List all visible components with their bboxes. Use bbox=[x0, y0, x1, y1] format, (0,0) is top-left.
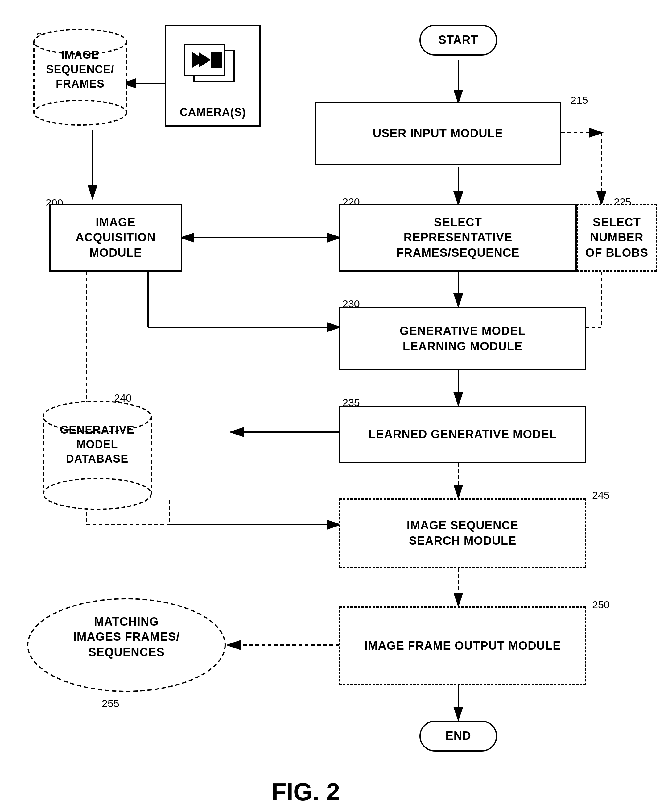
image-frame-output-label: IMAGE FRAME OUTPUT MODULE bbox=[364, 638, 561, 653]
gen-model-db: GENERATIVE MODEL DATABASE bbox=[40, 395, 154, 512]
start-label: START bbox=[439, 32, 478, 47]
image-seq-frames-label: IMAGE SEQUENCE/ FRAMES bbox=[46, 49, 114, 90]
matching-images-label: MATCHING IMAGES FRAMES/ SEQUENCES bbox=[73, 615, 179, 659]
svg-rect-37 bbox=[211, 52, 222, 68]
svg-point-32 bbox=[34, 100, 127, 125]
image-frame-output-box: IMAGE FRAME OUTPUT MODULE bbox=[339, 606, 586, 685]
select-frames-box: SELECT REPRESENTATIVE FRAMES/SEQUENCE bbox=[339, 204, 577, 271]
gen-model-learning-label: GENERATIVE MODEL LEARNING MODULE bbox=[400, 323, 526, 354]
gen-model-db-label: GENERATIVE MODEL DATABASE bbox=[60, 424, 134, 465]
ref-245: 245 bbox=[592, 489, 610, 501]
select-frames-label: SELECT REPRESENTATIVE FRAMES/SEQUENCE bbox=[396, 215, 519, 261]
learned-gen-model-box: LEARNED GENERATIVE MODEL bbox=[339, 406, 586, 463]
gen-model-learning-box: GENERATIVE MODEL LEARNING MODULE bbox=[339, 307, 586, 370]
user-input-label: USER INPUT MODULE bbox=[373, 126, 503, 141]
cameras-label: CAMERA(S) bbox=[180, 106, 246, 119]
cameras-box: CAMERA(S) bbox=[165, 25, 261, 127]
figure-label: FIG. 2 bbox=[271, 778, 340, 806]
image-seq-search-box: IMAGE SEQUENCE SEARCH MODULE bbox=[339, 499, 586, 568]
learned-gen-model-label: LEARNED GENERATIVE MODEL bbox=[369, 427, 557, 442]
image-acquisition-box: IMAGE ACQUISITION MODULE bbox=[49, 204, 182, 271]
ref-215: 215 bbox=[571, 94, 588, 106]
image-acquisition-label: IMAGE ACQUISITION MODULE bbox=[75, 215, 156, 261]
diagram: START 215 USER INPUT MODULE 220 SELECT R… bbox=[0, 0, 668, 812]
start-oval: START bbox=[419, 25, 497, 55]
user-input-module-box: USER INPUT MODULE bbox=[315, 102, 561, 165]
svg-point-42 bbox=[43, 478, 151, 509]
image-seq-frames-db: IMAGE SEQUENCE/ FRAMES bbox=[31, 23, 130, 128]
select-blobs-label: SELECT NUMBER OF BLOBS bbox=[585, 215, 648, 261]
ref-255: 255 bbox=[102, 698, 119, 710]
ref-250: 250 bbox=[592, 599, 610, 611]
image-seq-search-label: IMAGE SEQUENCE SEARCH MODULE bbox=[407, 518, 518, 548]
end-oval: END bbox=[419, 721, 497, 752]
end-label: END bbox=[445, 728, 471, 743]
select-blobs-box: SELECT NUMBER OF BLOBS bbox=[577, 204, 657, 271]
matching-images-db: MATCHING IMAGES FRAMES/ SEQUENCES bbox=[25, 596, 228, 695]
